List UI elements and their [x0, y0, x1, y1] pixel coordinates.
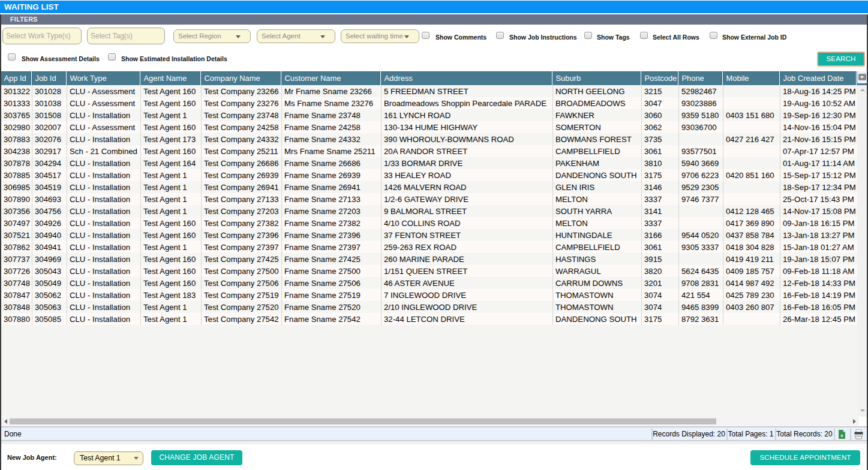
svg-text:x: x	[840, 433, 843, 438]
